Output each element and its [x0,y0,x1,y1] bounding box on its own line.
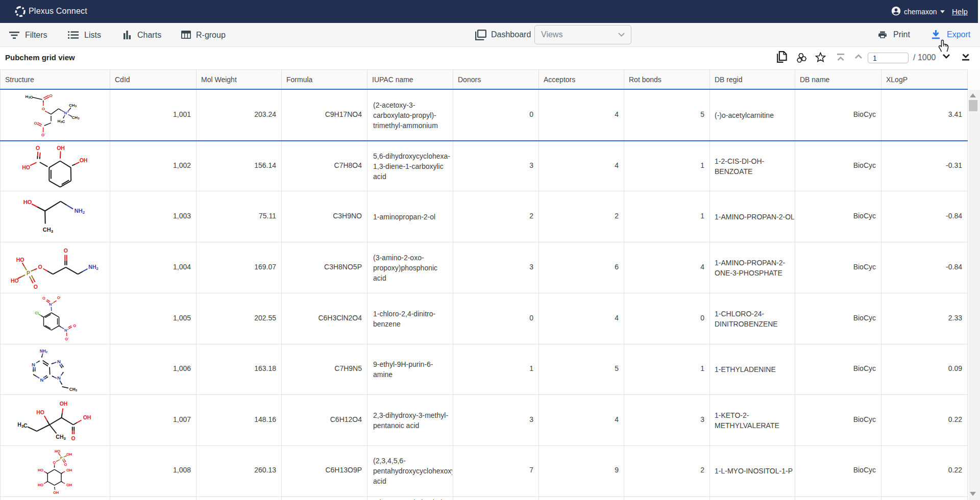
svg-text:HO: HO [22,164,30,170]
svg-text:CH3: CH3 [43,227,54,234]
svg-text:O: O [42,296,45,301]
svg-text:Cl: Cl [35,310,39,315]
svg-text:N: N [32,361,35,367]
svg-text:H3C: H3C [17,421,28,429]
svg-text:O: O [73,323,76,328]
svg-text:OH: OH [83,414,91,420]
svg-text:HO: HO [55,449,60,454]
svg-text:CH3: CH3 [69,103,77,108]
svg-text:N+: N+ [49,302,54,307]
svg-text:OH: OH [66,483,72,487]
svg-text:O: O [38,264,42,270]
svg-text:HO: HO [38,483,43,487]
svg-text:O: O [64,462,67,467]
svg-text:P: P [60,456,63,460]
svg-text:O: O [34,284,38,290]
svg-text:CH3: CH3 [72,115,80,120]
svg-text:NH2: NH2 [75,208,85,215]
svg-text:OH: OH [80,157,88,163]
svg-text:O: O [64,247,68,254]
svg-text:O: O [42,107,45,111]
svg-text:CH3: CH3 [69,386,78,392]
svg-text:O: O [50,93,53,98]
svg-text:HO: HO [36,409,44,415]
svg-text:OH: OH [57,144,65,151]
svg-text:OH: OH [60,401,68,407]
svg-text:OH: OH [66,467,72,472]
svg-text:NH2: NH2 [88,264,98,271]
svg-text:P: P [27,270,30,276]
svg-text:H3C: H3C [26,94,33,99]
svg-text:HO: HO [38,467,43,472]
svg-text:HO: HO [23,199,32,205]
svg-text:H3C: H3C [58,119,65,124]
svg-text:CH3: CH3 [56,434,65,441]
svg-text:O-: O- [41,132,45,137]
svg-text:O-: O- [57,295,61,300]
svg-text:NH2: NH2 [40,348,48,354]
svg-text:HO: HO [11,278,19,284]
svg-text:O-: O- [65,336,69,341]
svg-text:O: O [34,121,37,126]
svg-text:OH: OH [66,452,72,457]
svg-text:O: O [36,145,40,151]
svg-text:N: N [40,377,44,382]
svg-text:N: N [57,359,61,364]
svg-text:N+: N+ [64,328,69,333]
svg-text:HO: HO [16,257,24,263]
svg-text:OH: OH [53,490,59,495]
svg-text:N: N [57,374,61,380]
svg-text:O: O [71,435,75,441]
svg-text:O: O [53,460,56,464]
